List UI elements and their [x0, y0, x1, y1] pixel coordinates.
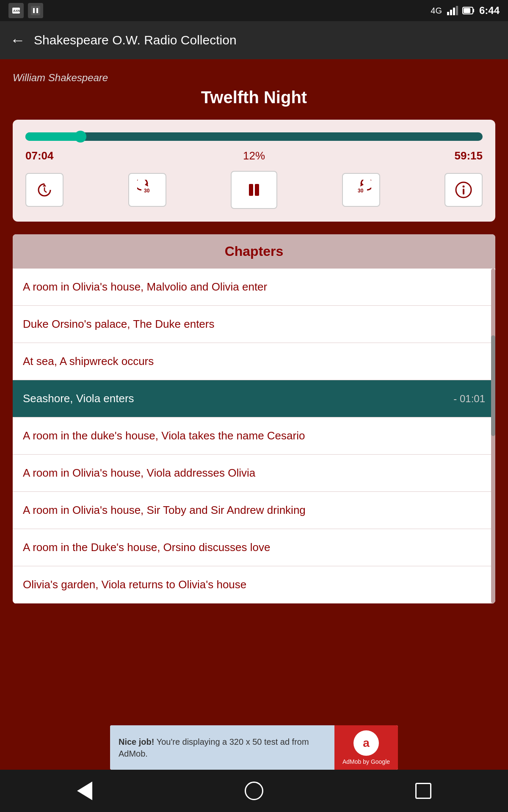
chapters-scroll-area: A room in Olivia's house, Malvolio and O…	[13, 269, 495, 604]
chapter-item-5[interactable]: A room in Olivia's house, Viola addresse…	[13, 455, 495, 492]
chapters-title: Chapters	[225, 244, 284, 259]
time-percent: 12%	[243, 149, 265, 162]
home-nav-icon	[245, 782, 263, 800]
ad-banner: Nice job! You're displaying a 320 x 50 t…	[110, 725, 398, 770]
svg-rect-20	[463, 189, 464, 195]
app-bar: ← Shakespeare O.W. Radio Collection	[0, 21, 508, 59]
rewind-button[interactable]: 30	[128, 173, 166, 207]
svg-text:AXN: AXN	[13, 9, 20, 13]
chapters-list: A room in Olivia's house, Malvolio and O…	[13, 269, 495, 604]
chapter-item-3[interactable]: Seashore, Viola enters- 01:01	[13, 380, 495, 417]
svg-rect-6	[450, 10, 452, 15]
chapter-item-text-5: A room in Olivia's house, Viola addresse…	[23, 466, 255, 480]
back-button[interactable]: ←	[10, 31, 25, 49]
chapter-item-text-7: A room in the Duke's house, Orsino discu…	[23, 541, 270, 554]
progress-bar-fill	[25, 132, 80, 141]
player-card: 07:04 12% 59:15 30	[13, 120, 495, 222]
ad-text-area: Nice job! You're displaying a 320 x 50 t…	[110, 725, 334, 770]
main-content: William Shakespeare Twelfth Night 07:04 …	[0, 59, 508, 604]
chapter-item-text-3: Seashore, Viola enters	[23, 392, 134, 405]
chapter-item-text-0: A room in Olivia's house, Malvolio and O…	[23, 280, 267, 294]
signal-label: 4G	[431, 6, 442, 16]
chapter-item-7[interactable]: A room in the Duke's house, Orsino discu…	[13, 529, 495, 566]
history-icon	[35, 181, 54, 199]
ad-logo-area: a AdMob by Google	[334, 725, 398, 770]
chapter-item-6[interactable]: A room in Olivia's house, Sir Toby and S…	[13, 492, 495, 529]
svg-rect-16	[255, 184, 259, 196]
chapter-item-text-1: Duke Orsino's palace, The Duke enters	[23, 318, 215, 331]
recent-nav-icon	[415, 783, 431, 799]
pause-icon	[244, 180, 264, 200]
svg-rect-3	[33, 8, 35, 13]
app-title: Shakespeare O.W. Radio Collection	[34, 33, 237, 47]
signal-icon	[446, 6, 458, 15]
controls-row: 30 30	[25, 171, 483, 209]
app-icon-1: AXN	[8, 3, 24, 18]
svg-rect-8	[456, 6, 458, 15]
chapters-header: Chapters	[13, 234, 495, 269]
book-title: Twelfth Night	[13, 88, 495, 107]
nav-back-button[interactable]	[72, 778, 97, 804]
chapter-item-text-4: A room in the duke's house, Viola takes …	[23, 429, 305, 442]
info-icon	[454, 181, 473, 199]
nav-recent-button[interactable]	[411, 778, 436, 804]
author-name: William Shakespeare	[13, 72, 495, 84]
svg-point-19	[463, 186, 465, 188]
scrollbar-track	[491, 269, 495, 604]
history-button[interactable]	[25, 173, 64, 207]
progress-bar-container[interactable]	[25, 132, 483, 141]
chapter-item-1[interactable]: Duke Orsino's palace, The Duke enters	[13, 306, 495, 343]
svg-text:30: 30	[358, 188, 364, 194]
ad-text: Nice job! You're displaying a 320 x 50 t…	[119, 736, 326, 760]
chapter-item-0[interactable]: A room in Olivia's house, Malvolio and O…	[13, 269, 495, 306]
svg-text:30: 30	[144, 188, 150, 194]
scrollbar-thumb	[491, 335, 495, 436]
svg-line-13	[44, 191, 47, 192]
chapter-item-text-8: Olivia's garden, Viola returns to Olivia…	[23, 578, 246, 591]
svg-rect-5	[447, 12, 449, 15]
admob-logo: a	[353, 730, 379, 756]
time-label: 6:44	[479, 5, 500, 16]
forward-button[interactable]: 30	[342, 173, 380, 207]
battery-icon	[462, 6, 475, 15]
back-nav-icon	[77, 782, 92, 800]
chapter-item-text-2: At sea, A shipwreck occurs	[23, 355, 154, 368]
svg-rect-7	[453, 8, 455, 15]
svg-rect-2	[31, 6, 40, 15]
app-icon-2	[28, 3, 43, 18]
rewind-icon: 30	[137, 180, 157, 200]
progress-thumb	[75, 131, 86, 143]
forward-icon: 30	[351, 180, 371, 200]
chapter-item-time-3: - 01:01	[453, 393, 485, 405]
chapters-container: Chapters A room in Olivia's house, Malvo…	[13, 234, 495, 604]
chapter-item-2[interactable]: At sea, A shipwreck occurs	[13, 343, 495, 380]
status-bar-left: AXN	[8, 3, 43, 18]
time-row: 07:04 12% 59:15	[25, 149, 483, 162]
chapter-item-8[interactable]: Olivia's garden, Viola returns to Olivia…	[13, 566, 495, 604]
status-bar: AXN 4G 6:44	[0, 0, 508, 21]
chapter-item-4[interactable]: A room in the duke's house, Viola takes …	[13, 417, 495, 455]
ad-bold: Nice job!	[119, 737, 154, 746]
svg-rect-4	[36, 8, 38, 13]
svg-rect-10	[473, 9, 474, 12]
time-current: 07:04	[25, 149, 54, 162]
nav-home-button[interactable]	[241, 778, 267, 804]
admob-text: AdMob by Google	[342, 758, 390, 765]
pause-button[interactable]	[231, 171, 277, 209]
info-button[interactable]	[444, 173, 483, 207]
time-total: 59:15	[454, 149, 483, 162]
svg-rect-15	[249, 184, 253, 196]
nav-bar	[0, 770, 508, 812]
svg-rect-11	[464, 8, 470, 13]
chapter-item-text-6: A room in Olivia's house, Sir Toby and S…	[23, 504, 306, 517]
status-bar-right: 4G 6:44	[431, 5, 500, 16]
